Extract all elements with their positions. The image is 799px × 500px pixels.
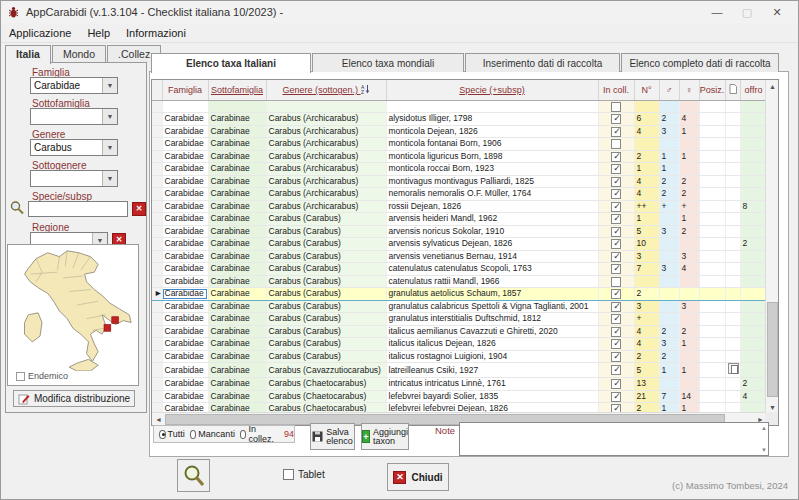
tablet-checkbox[interactable] — [283, 469, 294, 480]
chevron-down-icon[interactable]: ▼ — [102, 109, 117, 124]
search-button[interactable] — [177, 459, 210, 492]
row-selector[interactable] — [152, 378, 162, 391]
in-collection-checkbox[interactable] — [611, 289, 621, 299]
document-icon[interactable] — [728, 363, 739, 374]
row-selector[interactable] — [152, 250, 162, 263]
in-collection-checkbox[interactable] — [611, 139, 621, 149]
table-row[interactable]: CarabidaeCarabinaeCarabus (Carabus)itali… — [152, 350, 767, 363]
row-selector[interactable] — [152, 350, 162, 363]
chevron-down-icon[interactable]: ▼ — [102, 140, 117, 155]
table-row[interactable]: CarabidaeCarabinaeCarabus (Archicarabus)… — [152, 175, 767, 188]
table-row[interactable]: CarabidaeCarabinaeCarabus (Cavazzutiocar… — [152, 363, 767, 378]
in-collection-checkbox[interactable] — [611, 339, 621, 349]
row-selector[interactable]: ► — [152, 288, 162, 301]
table-row[interactable]: CarabidaeCarabinaeCarabus (Archicarabus)… — [152, 150, 767, 163]
table-row[interactable]: CarabidaeCarabinaeCarabus (Carabus)arven… — [152, 213, 767, 226]
table-row[interactable]: CarabidaeCarabinaeCarabus (Archicarabus)… — [152, 113, 767, 126]
table-row[interactable]: CarabidaeCarabinaeCarabus (Carabus)granu… — [152, 313, 767, 326]
minimize-button[interactable]: — — [702, 1, 732, 23]
row-selector[interactable] — [152, 363, 162, 378]
row-selector[interactable] — [152, 390, 162, 403]
sottogenere-select[interactable]: ▼ — [30, 170, 118, 187]
in-collection-checkbox[interactable] — [611, 214, 621, 224]
table-row[interactable]: CarabidaeCarabinaeCarabus (Archicarabus)… — [152, 125, 767, 138]
row-selector[interactable] — [152, 100, 162, 113]
note-textarea[interactable]: ▲ ▼ — [459, 422, 769, 456]
radio-in-collez[interactable] — [240, 430, 247, 439]
endemico-checkbox[interactable] — [16, 372, 25, 381]
in-collection-checkbox[interactable] — [611, 114, 621, 124]
famiglia-select[interactable]: Carabidae▼ — [30, 77, 118, 94]
table-row[interactable]: CarabidaeCarabinaeCarabus (Carabus)arven… — [152, 225, 767, 238]
table-row[interactable]: CarabidaeCarabinaeCarabus (Chaetocarabus… — [152, 378, 767, 391]
note-scroll-down-icon[interactable]: ▼ — [761, 447, 767, 453]
vertical-scroll-thumb[interactable] — [767, 302, 778, 397]
table-row[interactable]: CarabidaeCarabinaeCarabus (Carabus)itali… — [152, 325, 767, 338]
in-collection-checkbox[interactable] — [611, 227, 621, 237]
chevron-down-icon[interactable]: ▼ — [102, 78, 117, 93]
header-female female-icon[interactable]: ♀ — [679, 80, 699, 100]
in-collection-checkbox[interactable] — [611, 352, 621, 362]
modifica-distribuzione-button[interactable]: Modifica distribuzione — [13, 390, 135, 407]
row-selector[interactable] — [152, 138, 162, 151]
in-collection-checkbox[interactable] — [611, 102, 621, 112]
radio-tutti[interactable] — [159, 430, 166, 439]
row-selector[interactable] — [152, 225, 162, 238]
tab-mondo[interactable]: Mondo — [52, 45, 106, 63]
table-row[interactable]: CarabidaeCarabinaeCarabus (Archicarabus)… — [152, 163, 767, 176]
tab-italia[interactable]: Italia — [5, 45, 51, 64]
in-collection-checkbox[interactable] — [611, 127, 621, 137]
header-famiglia[interactable]: Famiglia — [162, 80, 208, 100]
aggiungi-taxon-button[interactable]: + Aggiungitaxon — [361, 423, 409, 450]
header-specie[interactable]: Specie (+subsp) — [386, 80, 598, 100]
row-selector[interactable] — [152, 263, 162, 276]
row-selector[interactable] — [152, 213, 162, 226]
tab-inserimento-dati[interactable]: Inserimento dati di raccolta — [465, 53, 620, 72]
in-collection-checkbox[interactable] — [611, 314, 621, 324]
in-collection-checkbox[interactable] — [611, 202, 621, 212]
scroll-up-icon[interactable]: ▲ — [766, 80, 779, 93]
table-row[interactable]: CarabidaeCarabinaeCarabus (Carabus)arven… — [152, 238, 767, 251]
in-collection-checkbox[interactable] — [611, 239, 621, 249]
in-collection-checkbox[interactable] — [611, 277, 621, 287]
in-collection-checkbox[interactable] — [611, 164, 621, 174]
tab-elenco-completo-dati[interactable]: Elenco completo dati di raccolta — [621, 53, 779, 72]
chiudi-button[interactable]: ✕ Chiudi — [387, 463, 449, 491]
row-selector[interactable] — [152, 338, 162, 351]
row-selector[interactable] — [152, 150, 162, 163]
row-selector[interactable] — [152, 163, 162, 176]
row-selector[interactable] — [152, 275, 162, 288]
row-selector[interactable] — [152, 188, 162, 201]
in-collection-checkbox[interactable] — [611, 379, 621, 389]
sottofamiglia-select[interactable]: ▼ — [30, 108, 118, 125]
row-selector[interactable] — [152, 325, 162, 338]
table-row[interactable]: CarabidaeCarabinaeCarabus (Archicarabus)… — [152, 188, 767, 201]
header-doc document-icon[interactable] — [725, 80, 740, 100]
header-offro[interactable]: offro — [740, 80, 767, 100]
in-collection-checkbox[interactable] — [611, 392, 621, 402]
table-row[interactable]: CarabidaeCarabinaeCarabus (Archicarabus)… — [152, 138, 767, 151]
header-numero[interactable]: N° — [634, 80, 659, 100]
search-icon[interactable] — [9, 200, 25, 216]
clear-specie-button red-x-icon[interactable]: ✕ — [132, 202, 146, 216]
header-in-coll[interactable]: In coll. — [598, 80, 634, 100]
row-selector[interactable] — [152, 125, 162, 138]
table-row[interactable]: CarabidaeCarabinaeCarabus (Carabus)caten… — [152, 263, 767, 276]
header-posiz[interactable]: Posiz. — [699, 80, 725, 100]
in-collection-checkbox[interactable] — [611, 252, 621, 262]
vertical-scrollbar[interactable]: ▲ ▼ — [765, 80, 778, 414]
row-selector[interactable] — [152, 300, 162, 313]
close-button[interactable]: ✕ — [762, 1, 792, 23]
row-selector[interactable] — [152, 175, 162, 188]
maximize-button[interactable]: ▢ — [732, 1, 762, 23]
in-collection-checkbox[interactable] — [611, 189, 621, 199]
tab-elenco-taxa-italiani[interactable]: Elenco taxa Italiani — [151, 53, 311, 73]
in-collection-checkbox[interactable] — [611, 264, 621, 274]
note-scroll-up-icon[interactable]: ▲ — [761, 425, 767, 431]
specie-input[interactable] — [28, 201, 128, 217]
row-selector[interactable] — [152, 200, 162, 213]
menu-applicazione[interactable]: Applicazione — [1, 25, 79, 41]
header-genere[interactable]: Genere (sottogen.) AZ — [266, 80, 386, 100]
tab-elenco-taxa-mondiali[interactable]: Elenco taxa mondiali — [312, 53, 464, 72]
radio-mancanti[interactable] — [190, 430, 197, 439]
